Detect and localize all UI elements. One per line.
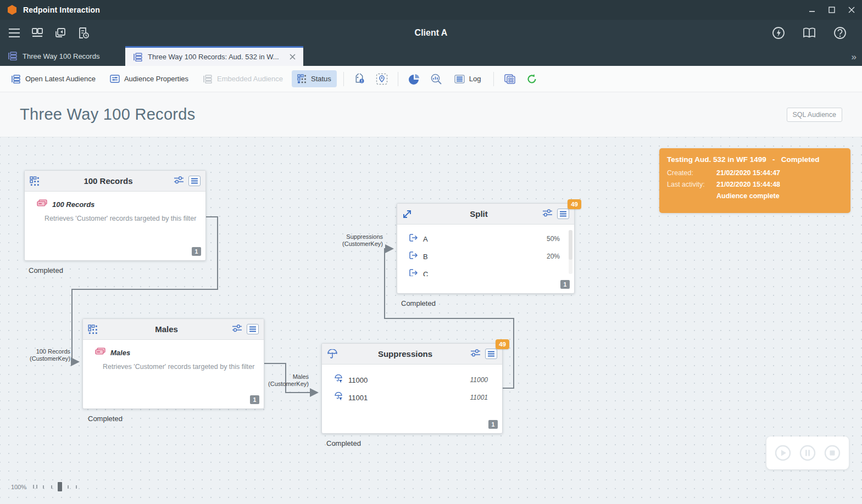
segment-output-icon	[409, 269, 418, 276]
split-expand-icon	[402, 209, 415, 219]
run-title: Testing Aud. 532 in WF 1499	[667, 155, 766, 164]
open-latest-audience-button[interactable]: Open Latest Audience	[5, 71, 101, 87]
node-body: A 50% B 20% C 1	[397, 225, 574, 293]
workflows-icon[interactable]	[30, 25, 45, 41]
app-title: Redpoint Interaction	[23, 5, 100, 14]
list-icon[interactable]	[188, 176, 201, 186]
embedded-audience-button: Embedded Audience	[197, 71, 288, 87]
pause-icon[interactable]	[799, 445, 816, 461]
list-icon[interactable]	[247, 324, 259, 334]
record-count-badge: 49	[496, 339, 509, 349]
filter-name: 100 Records	[52, 200, 94, 209]
filter-cards-icon	[37, 199, 47, 209]
offer-tag-icon[interactable]	[351, 71, 369, 87]
node-status: Completed	[29, 266, 63, 275]
list-icon[interactable]	[557, 209, 569, 219]
zoom-slider-handle[interactable]	[58, 482, 62, 491]
sliders-icon[interactable]	[232, 324, 242, 334]
toolbar-separator	[343, 72, 344, 86]
node-status: Completed	[401, 299, 436, 307]
toolbar-separator	[398, 72, 398, 86]
play-icon[interactable]	[775, 445, 791, 461]
tab-audience-532[interactable]: Three Way 100 Records: Aud. 532 in W...	[125, 46, 303, 66]
count-badge: 1	[488, 420, 498, 429]
audience-grid-icon	[88, 324, 101, 334]
open-latest-audience-label: Open Latest Audience	[25, 75, 96, 83]
help-icon[interactable]	[832, 25, 848, 41]
status-label: Status	[311, 75, 331, 83]
count-badge: 1	[250, 395, 259, 404]
tab-close-icon[interactable]	[284, 54, 296, 60]
scheduled-document-icon[interactable]	[76, 25, 91, 41]
client-title: Client A	[415, 28, 448, 38]
filter-description: Retrieves 'Customer' records targeted by…	[83, 357, 264, 371]
filter-cards-icon	[95, 348, 105, 357]
tab-three-way-100-records[interactable]: Three Way 100 Records	[0, 46, 125, 66]
last-activity-label: Last activity:	[667, 181, 716, 188]
split-row-c[interactable]: C	[397, 265, 574, 276]
audience-complete-text: Audience complete	[716, 192, 843, 200]
split-row-a[interactable]: A 50%	[397, 230, 574, 248]
documentation-book-icon[interactable]	[802, 25, 817, 41]
zoom-control: 100%	[11, 482, 77, 491]
audience-icon	[203, 75, 213, 83]
node-header: Split	[397, 204, 574, 225]
sliders-icon[interactable]	[470, 349, 481, 359]
filter-name: Males	[110, 349, 130, 357]
segment-output-icon	[409, 251, 418, 261]
zoom-tick	[68, 485, 69, 489]
created-value: 21/02/2020 15:44:47	[716, 169, 843, 177]
analysis-search-icon[interactable]	[427, 71, 446, 87]
umbrella-filter-icon	[334, 374, 343, 385]
sliders-icon[interactable]	[174, 176, 184, 186]
reports-windows-icon[interactable]	[500, 71, 519, 87]
titlebar: Redpoint Interaction	[0, 0, 862, 20]
connection-status-icon[interactable]	[771, 25, 786, 41]
suppression-row-11000[interactable]: 11000 11000	[322, 371, 502, 389]
sliders-icon[interactable]	[542, 209, 553, 219]
page-title: Three Way 100 Records	[20, 105, 196, 124]
suppression-row-11001[interactable]: 11001 11001	[322, 389, 502, 406]
node-body: 100 Records Retrieves 'Customer' records…	[25, 192, 205, 260]
log-label: Log	[469, 75, 481, 83]
zoom-tick	[51, 485, 52, 489]
status-grid-icon	[297, 74, 307, 83]
minimize-icon[interactable]	[808, 6, 816, 14]
status-toggle-button[interactable]: Status	[292, 70, 337, 87]
node-suppressions[interactable]: 49 Suppressions 11000 11000 11001 11001	[321, 343, 503, 434]
list-icon[interactable]	[485, 349, 497, 359]
audience-icon	[11, 75, 21, 83]
umbrella-filter-icon	[334, 392, 343, 403]
embedded-audience-label: Embedded Audience	[217, 75, 283, 83]
geo-selection-icon[interactable]	[372, 71, 391, 87]
zoom-tick	[76, 485, 77, 489]
folders-icon[interactable]	[53, 25, 68, 41]
hamburger-menu-icon[interactable]	[7, 25, 22, 41]
log-button[interactable]: Log	[449, 71, 487, 87]
navbar: Client A	[0, 20, 862, 46]
node-body: 11000 11000 11001 11001 1	[322, 365, 502, 433]
audience-grid-icon	[30, 176, 43, 186]
refresh-icon[interactable]	[522, 71, 541, 87]
node-scrollbar[interactable]	[569, 230, 572, 274]
segment-output-icon	[409, 234, 418, 244]
node-100-records[interactable]: 100 Records 100 Records Retrieves 'Custo…	[24, 170, 206, 261]
zoom-level: 100%	[11, 484, 26, 490]
node-males[interactable]: Males Males Retrieves 'Customer' records…	[82, 318, 264, 409]
log-icon	[454, 75, 465, 83]
maximize-icon[interactable]	[828, 6, 836, 14]
tab-label: Three Way 100 Records	[23, 52, 99, 60]
node-split[interactable]: 49 Split A 50% B 20%	[397, 203, 575, 294]
tab-overflow-icon[interactable]: »	[852, 52, 857, 63]
split-row-b[interactable]: B 20%	[397, 248, 574, 265]
pie-chart-icon[interactable]	[405, 71, 424, 87]
audience-properties-button[interactable]: Audience Properties	[104, 71, 194, 87]
wire-label-100-records: 100 Records(CustomerKey)	[15, 348, 70, 362]
umbrella-icon	[327, 349, 340, 359]
filter-description: Retrieves 'Customer' records targeted by…	[25, 209, 205, 222]
node-title: Split	[415, 209, 542, 219]
workflow-canvas[interactable]: 100 Records(CustomerKey) Males(CustomerK…	[0, 137, 862, 504]
close-icon[interactable]	[848, 6, 855, 14]
tab-bar: Three Way 100 Records Three Way 100 Reco…	[0, 46, 862, 66]
stop-icon[interactable]	[824, 445, 841, 461]
